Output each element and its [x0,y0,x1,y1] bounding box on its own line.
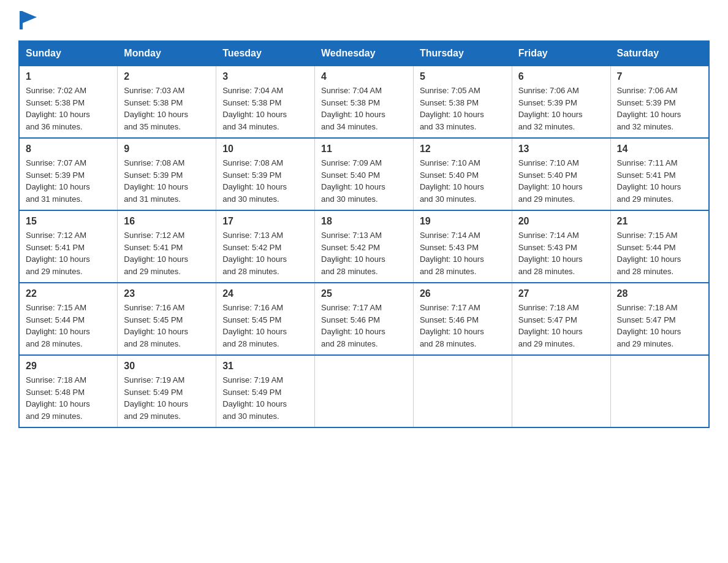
day-info: Sunrise: 7:18 AM Sunset: 5:48 PM Dayligh… [26,374,111,422]
day-number: 7 [617,71,702,82]
calendar-cell: 29 Sunrise: 7:18 AM Sunset: 5:48 PM Dayl… [19,355,118,427]
day-number: 22 [26,288,111,299]
week-row-1: 1 Sunrise: 7:02 AM Sunset: 5:38 PM Dayli… [19,66,709,138]
day-info: Sunrise: 7:19 AM Sunset: 5:49 PM Dayligh… [124,374,210,422]
calendar-cell: 20 Sunrise: 7:14 AM Sunset: 5:43 PM Dayl… [512,210,610,283]
week-row-3: 15 Sunrise: 7:12 AM Sunset: 5:41 PM Dayl… [19,210,709,283]
calendar-cell: 7 Sunrise: 7:06 AM Sunset: 5:39 PM Dayli… [610,66,709,138]
day-info: Sunrise: 7:14 AM Sunset: 5:43 PM Dayligh… [420,229,506,277]
day-number: 5 [420,71,506,82]
day-info: Sunrise: 7:18 AM Sunset: 5:47 PM Dayligh… [617,302,702,350]
calendar-cell: 16 Sunrise: 7:12 AM Sunset: 5:41 PM Dayl… [118,210,216,283]
calendar-cell: 31 Sunrise: 7:19 AM Sunset: 5:49 PM Dayl… [216,355,315,427]
day-info: Sunrise: 7:08 AM Sunset: 5:39 PM Dayligh… [124,157,210,205]
day-info: Sunrise: 7:02 AM Sunset: 5:38 PM Dayligh… [26,85,111,132]
calendar-cell: 10 Sunrise: 7:08 AM Sunset: 5:39 PM Dayl… [216,138,315,210]
header-row: SundayMondayTuesdayWednesdayThursdayFrid… [19,41,709,66]
day-number: 11 [321,144,407,155]
week-row-2: 8 Sunrise: 7:07 AM Sunset: 5:39 PM Dayli… [19,138,709,210]
day-number: 23 [124,288,210,299]
page-header [18,12,710,28]
day-number: 2 [124,71,210,82]
calendar-cell: 27 Sunrise: 7:18 AM Sunset: 5:47 PM Dayl… [512,283,610,355]
header-wednesday: Wednesday [315,41,414,66]
svg-rect-1 [20,11,23,29]
header-thursday: Thursday [413,41,512,66]
day-number: 15 [26,216,111,227]
day-number: 9 [124,144,210,155]
day-number: 29 [26,361,111,372]
day-info: Sunrise: 7:11 AM Sunset: 5:41 PM Dayligh… [617,157,702,205]
calendar-cell: 25 Sunrise: 7:17 AM Sunset: 5:46 PM Dayl… [315,283,414,355]
calendar-cell: 26 Sunrise: 7:17 AM Sunset: 5:46 PM Dayl… [413,283,512,355]
day-info: Sunrise: 7:06 AM Sunset: 5:39 PM Dayligh… [518,85,604,132]
day-info: Sunrise: 7:16 AM Sunset: 5:45 PM Dayligh… [124,302,210,350]
day-number: 13 [518,144,604,155]
calendar-cell: 14 Sunrise: 7:11 AM Sunset: 5:41 PM Dayl… [610,138,709,210]
calendar-cell [610,355,709,427]
day-info: Sunrise: 7:04 AM Sunset: 5:38 PM Dayligh… [222,85,308,132]
day-number: 20 [518,216,604,227]
day-number: 28 [617,288,702,299]
day-info: Sunrise: 7:12 AM Sunset: 5:41 PM Dayligh… [26,229,111,277]
day-info: Sunrise: 7:15 AM Sunset: 5:44 PM Dayligh… [26,302,111,350]
day-info: Sunrise: 7:12 AM Sunset: 5:41 PM Dayligh… [124,229,210,277]
day-number: 21 [617,216,702,227]
calendar-cell [315,355,414,427]
day-info: Sunrise: 7:03 AM Sunset: 5:38 PM Dayligh… [124,85,210,132]
calendar-cell: 12 Sunrise: 7:10 AM Sunset: 5:40 PM Dayl… [413,138,512,210]
day-number: 18 [321,216,407,227]
day-number: 24 [222,288,308,299]
calendar-cell: 2 Sunrise: 7:03 AM Sunset: 5:38 PM Dayli… [118,66,216,138]
calendar-cell [413,355,512,427]
calendar-cell [512,355,610,427]
calendar-cell: 23 Sunrise: 7:16 AM Sunset: 5:45 PM Dayl… [118,283,216,355]
calendar-table: SundayMondayTuesdayWednesdayThursdayFrid… [18,40,710,428]
day-number: 8 [26,144,111,155]
header-saturday: Saturday [610,41,709,66]
day-number: 1 [26,71,111,82]
day-number: 26 [420,288,506,299]
day-info: Sunrise: 7:19 AM Sunset: 5:49 PM Dayligh… [222,374,308,422]
calendar-cell: 9 Sunrise: 7:08 AM Sunset: 5:39 PM Dayli… [118,138,216,210]
day-info: Sunrise: 7:13 AM Sunset: 5:42 PM Dayligh… [321,229,407,277]
header-sunday: Sunday [19,41,118,66]
day-number: 19 [420,216,506,227]
day-info: Sunrise: 7:10 AM Sunset: 5:40 PM Dayligh… [420,157,506,205]
header-monday: Monday [118,41,216,66]
day-info: Sunrise: 7:17 AM Sunset: 5:46 PM Dayligh… [420,302,506,350]
day-info: Sunrise: 7:08 AM Sunset: 5:39 PM Dayligh… [222,157,308,205]
day-info: Sunrise: 7:07 AM Sunset: 5:39 PM Dayligh… [26,157,111,205]
day-number: 16 [124,216,210,227]
day-number: 30 [124,361,210,372]
calendar-cell: 17 Sunrise: 7:13 AM Sunset: 5:42 PM Dayl… [216,210,315,283]
day-info: Sunrise: 7:13 AM Sunset: 5:42 PM Dayligh… [222,229,308,277]
day-number: 31 [222,361,308,372]
day-number: 4 [321,71,407,82]
logo [18,12,37,28]
calendar-cell: 18 Sunrise: 7:13 AM Sunset: 5:42 PM Dayl… [315,210,414,283]
day-info: Sunrise: 7:05 AM Sunset: 5:38 PM Dayligh… [420,85,506,132]
day-number: 10 [222,144,308,155]
week-row-4: 22 Sunrise: 7:15 AM Sunset: 5:44 PM Dayl… [19,283,709,355]
day-info: Sunrise: 7:17 AM Sunset: 5:46 PM Dayligh… [321,302,407,350]
day-info: Sunrise: 7:06 AM Sunset: 5:39 PM Dayligh… [617,85,702,132]
day-info: Sunrise: 7:14 AM Sunset: 5:43 PM Dayligh… [518,229,604,277]
day-info: Sunrise: 7:15 AM Sunset: 5:44 PM Dayligh… [617,229,702,277]
header-friday: Friday [512,41,610,66]
day-info: Sunrise: 7:18 AM Sunset: 5:47 PM Dayligh… [518,302,604,350]
day-info: Sunrise: 7:10 AM Sunset: 5:40 PM Dayligh… [518,157,604,205]
calendar-cell: 19 Sunrise: 7:14 AM Sunset: 5:43 PM Dayl… [413,210,512,283]
day-info: Sunrise: 7:04 AM Sunset: 5:38 PM Dayligh… [321,85,407,132]
day-number: 3 [222,71,308,82]
day-number: 27 [518,288,604,299]
calendar-cell: 5 Sunrise: 7:05 AM Sunset: 5:38 PM Dayli… [413,66,512,138]
calendar-cell: 11 Sunrise: 7:09 AM Sunset: 5:40 PM Dayl… [315,138,414,210]
day-number: 6 [518,71,604,82]
day-number: 14 [617,144,702,155]
week-row-5: 29 Sunrise: 7:18 AM Sunset: 5:48 PM Dayl… [19,355,709,427]
calendar-cell: 21 Sunrise: 7:15 AM Sunset: 5:44 PM Dayl… [610,210,709,283]
calendar-cell: 22 Sunrise: 7:15 AM Sunset: 5:44 PM Dayl… [19,283,118,355]
day-number: 25 [321,288,407,299]
calendar-cell: 30 Sunrise: 7:19 AM Sunset: 5:49 PM Dayl… [118,355,216,427]
